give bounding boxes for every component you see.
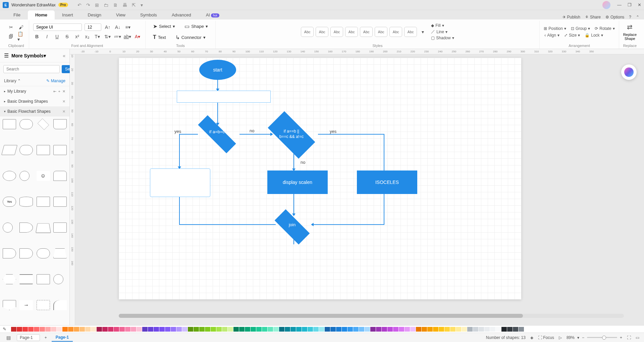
linespace-icon[interactable]: ⇅▾ (104, 33, 111, 40)
color-swatch[interactable] (313, 327, 319, 332)
highlight-icon[interactable]: ab▾ (124, 33, 131, 40)
group-button[interactable]: ⊡ Group ▾ (571, 26, 590, 31)
close-category-icon[interactable]: ✕ (62, 99, 65, 104)
search-input[interactable] (3, 65, 60, 73)
color-swatch[interactable] (353, 327, 359, 332)
zoom-in-icon[interactable]: + (620, 335, 622, 340)
options-button[interactable]: ⚙Options (605, 15, 624, 19)
color-swatch[interactable] (513, 327, 518, 332)
color-swatch[interactable] (45, 327, 51, 332)
zoom-out-icon[interactable]: − (582, 335, 584, 340)
user-avatar[interactable] (602, 1, 610, 9)
color-swatch[interactable] (188, 327, 193, 332)
color-swatch[interactable] (228, 327, 233, 332)
panel-collapse-icon[interactable]: « (63, 53, 65, 58)
export-icon[interactable]: ⇱ (132, 2, 136, 8)
page-select[interactable]: Page-1 (17, 334, 40, 341)
redo-icon[interactable]: ↷ (86, 2, 90, 8)
shape-document[interactable] (53, 119, 67, 129)
shape-circle[interactable] (19, 171, 30, 181)
shape-cylinder[interactable] (19, 223, 33, 233)
color-swatch[interactable] (399, 327, 404, 332)
flowchart-start[interactable]: start (199, 60, 236, 80)
style-preset-6[interactable]: Abc (375, 27, 387, 37)
color-swatch[interactable] (285, 327, 290, 332)
shape-subroutine[interactable] (53, 145, 67, 155)
shadow-button[interactable]: ▢ Shadow ▾ (431, 36, 454, 40)
canvas-h-scrollbar[interactable] (119, 314, 624, 318)
maximize-icon[interactable]: ❐ (628, 2, 632, 7)
color-swatch[interactable] (444, 327, 450, 332)
subscript-icon[interactable]: x₂ (84, 33, 91, 40)
share-button[interactable]: ⚘Share (585, 15, 601, 19)
minimize-icon[interactable]: — (617, 2, 622, 7)
focus-button[interactable]: ⛶ Focus (538, 335, 554, 340)
tab-design[interactable]: Design (80, 10, 109, 19)
color-swatch[interactable] (416, 327, 421, 332)
select-tool[interactable]: ➤Select ▾ (150, 22, 178, 31)
shape-yes[interactable]: Yes (3, 197, 16, 207)
style-preset-2[interactable]: Abc (316, 27, 328, 37)
textcase-icon[interactable]: T▾ (94, 33, 101, 40)
color-swatch[interactable] (336, 327, 341, 332)
shape-predefined[interactable] (37, 145, 50, 155)
shape-tool[interactable]: ▭Shape ▾ (181, 22, 211, 31)
color-swatch[interactable] (382, 327, 387, 332)
flowchart-process-isoceles[interactable]: ISOCELES (357, 170, 417, 194)
shape-arc[interactable] (53, 300, 67, 310)
connector-tool[interactable]: ↳Connector ▾ (172, 33, 209, 42)
canvas[interactable]: start if a=b=c if a==b ||b==c && a!=c di… (75, 54, 644, 325)
undo-icon[interactable]: ↶ (77, 2, 82, 8)
close-icon[interactable]: ✕ (638, 2, 641, 7)
fontcolor-icon[interactable]: A▾ (134, 33, 141, 40)
color-swatch[interactable] (182, 327, 187, 332)
remove-icon[interactable]: ✕ (62, 89, 65, 94)
color-swatch[interactable] (74, 327, 79, 332)
color-swatch[interactable] (62, 327, 68, 332)
color-swatch[interactable] (433, 327, 438, 332)
shape-stored[interactable] (53, 197, 67, 207)
color-swatch[interactable] (347, 327, 353, 332)
color-swatch[interactable] (159, 327, 165, 332)
qat-more-icon[interactable]: ▾ (141, 2, 143, 8)
collapse-ribbon-icon[interactable]: ⌃ (636, 15, 639, 19)
color-swatch[interactable] (484, 327, 490, 332)
shrink-font-icon[interactable]: A↓ (114, 23, 121, 31)
color-swatch[interactable] (467, 327, 473, 332)
shape-card[interactable] (37, 197, 50, 207)
print-icon[interactable]: 🖶 (122, 2, 127, 8)
color-swatch[interactable] (91, 327, 96, 332)
color-swatch[interactable] (319, 327, 324, 332)
tab-file[interactable]: File (6, 10, 28, 19)
tab-insert[interactable]: Insert (55, 10, 80, 19)
page-tab-1[interactable]: Page-1 (52, 334, 73, 342)
position-button[interactable]: ⊞ Position ▾ (544, 26, 566, 31)
color-swatch[interactable] (359, 327, 364, 332)
flowchart-decision-1[interactable] (198, 115, 236, 153)
color-swatch[interactable] (262, 327, 267, 332)
manage-button[interactable]: ✎ Manage (46, 79, 65, 83)
layers-icon[interactable]: ◈ (530, 335, 533, 340)
shape-data[interactable] (1, 145, 17, 155)
flowchart-process-scalen[interactable]: display scalen (267, 170, 328, 194)
color-swatch[interactable] (165, 327, 170, 332)
shape-note[interactable] (37, 300, 50, 310)
color-swatch[interactable] (119, 327, 125, 332)
color-swatch[interactable] (142, 327, 148, 332)
help-icon[interactable]: ? (629, 15, 631, 19)
color-swatch[interactable] (68, 327, 73, 332)
close-category-icon[interactable]: ✕ (62, 109, 65, 114)
italic-icon[interactable]: I (43, 33, 51, 40)
color-swatch[interactable] (154, 327, 159, 332)
fullscreen-icon[interactable]: ⛶ (627, 335, 631, 340)
shape-parallel[interactable] (19, 274, 33, 284)
color-swatch[interactable] (450, 327, 455, 332)
color-swatch[interactable] (410, 327, 416, 332)
tab-symbols[interactable]: Symbols (133, 10, 164, 19)
underline-icon[interactable]: U (53, 33, 61, 40)
add-icon[interactable]: + (58, 89, 60, 94)
color-swatch[interactable] (427, 327, 433, 332)
color-swatch[interactable] (268, 327, 273, 332)
play-icon[interactable]: ▷ (559, 335, 562, 340)
tab-view[interactable]: View (109, 10, 133, 19)
